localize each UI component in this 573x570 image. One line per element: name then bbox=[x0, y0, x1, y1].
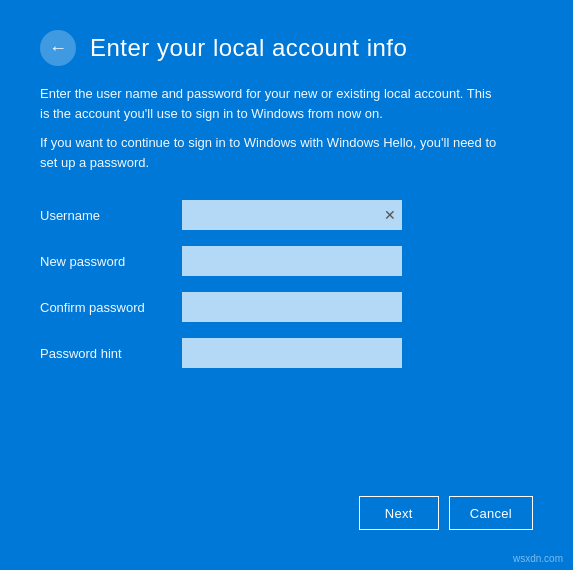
clear-icon[interactable]: ✕ bbox=[384, 208, 396, 222]
main-container: ← Enter your local account info Enter th… bbox=[0, 0, 573, 570]
confirm-password-row: Confirm password bbox=[40, 292, 533, 322]
description-line2: If you want to continue to sign in to Wi… bbox=[40, 133, 500, 172]
username-input[interactable] bbox=[182, 200, 402, 230]
header: ← Enter your local account info bbox=[40, 30, 533, 66]
password-hint-row: Password hint bbox=[40, 338, 533, 368]
confirm-password-label: Confirm password bbox=[40, 300, 170, 315]
footer: Next Cancel bbox=[40, 476, 533, 540]
cancel-button[interactable]: Cancel bbox=[449, 496, 533, 530]
new-password-input[interactable] bbox=[182, 246, 402, 276]
new-password-row: New password bbox=[40, 246, 533, 276]
back-button[interactable]: ← bbox=[40, 30, 76, 66]
back-arrow-icon: ← bbox=[49, 38, 67, 59]
username-input-wrapper: ✕ bbox=[182, 200, 402, 230]
new-password-input-wrapper bbox=[182, 246, 402, 276]
password-hint-input[interactable] bbox=[182, 338, 402, 368]
username-label: Username bbox=[40, 208, 170, 223]
description-line1: Enter the user name and password for you… bbox=[40, 84, 500, 123]
next-button[interactable]: Next bbox=[359, 496, 439, 530]
new-password-label: New password bbox=[40, 254, 170, 269]
watermark: wsxdn.com bbox=[513, 553, 563, 564]
confirm-password-input[interactable] bbox=[182, 292, 402, 322]
username-row: Username ✕ bbox=[40, 200, 533, 230]
page-title: Enter your local account info bbox=[90, 34, 407, 62]
form-section: Username ✕ New password Confirm password… bbox=[40, 200, 533, 476]
password-hint-label: Password hint bbox=[40, 346, 170, 361]
confirm-password-input-wrapper bbox=[182, 292, 402, 322]
password-hint-input-wrapper bbox=[182, 338, 402, 368]
